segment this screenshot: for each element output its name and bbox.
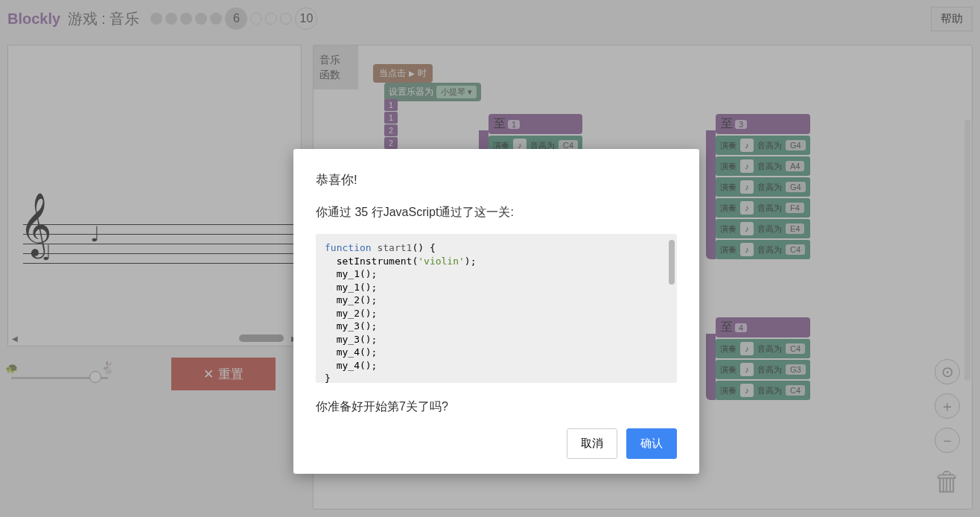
dialog-congrats: 恭喜你!	[316, 171, 677, 188]
cancel-button[interactable]: 取消	[567, 428, 617, 459]
dialog-next-prompt: 你准备好开始第7关了吗?	[316, 399, 677, 415]
dialog-summary: 你通过 35 行JavaScript通过了这一关:	[316, 205, 677, 221]
code-scrollbar-thumb[interactable]	[669, 240, 675, 285]
success-dialog: 恭喜你! 你通过 35 行JavaScript通过了这一关: function …	[293, 149, 699, 474]
ok-button[interactable]: 确认	[626, 428, 677, 459]
code-preview[interactable]: function start1() { setInstrument('violi…	[316, 234, 677, 383]
